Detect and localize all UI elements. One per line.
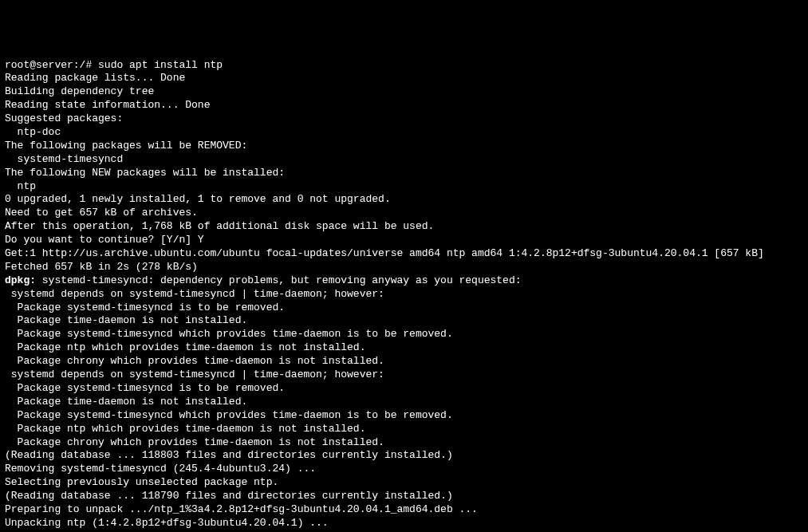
output-line: Need to get 657 kB of archives. — [5, 207, 803, 220]
output-line: Selecting previously unselected package … — [5, 476, 803, 490]
dpkg-line: dpkg: systemd-timesyncd: dependency prob… — [5, 274, 803, 288]
output-line: The following NEW packages will be insta… — [5, 167, 803, 180]
output-line: Building dependency tree — [5, 85, 803, 99]
dependency-line: Package systemd-timesyncd is to be remov… — [5, 301, 803, 315]
output-line: (Reading database ... 118803 files and d… — [5, 449, 803, 463]
output-line: (Reading database ... 118790 files and d… — [5, 490, 803, 503]
output-line: After this operation, 1,768 kB of additi… — [5, 220, 803, 234]
dependency-line: Package systemd-timesyncd which provides… — [5, 328, 803, 341]
dependency-line: Package chrony which provides time-daemo… — [5, 355, 803, 368]
dependency-line: Package time-daemon is not installed. — [5, 396, 803, 409]
entered-command: sudo apt install ntp — [98, 59, 223, 71]
output-line: 0 upgraded, 1 newly installed, 1 to remo… — [5, 193, 803, 207]
dependency-line: Package time-daemon is not installed. — [5, 314, 803, 328]
dependency-line: systemd depends on systemd-timesyncd | t… — [5, 368, 803, 382]
output-line: Fetched 657 kB in 2s (278 kB/s) — [5, 261, 803, 274]
shell-prompt: root@server:/# — [5, 59, 98, 71]
command-line: root@server:/# sudo apt install ntp — [5, 59, 803, 73]
output-line: Do you want to continue? [Y/n] Y — [5, 234, 803, 247]
output-line: systemd-timesyncd — [5, 153, 803, 167]
output-line: ntp-doc — [5, 126, 803, 140]
output-line: Suggested packages: — [5, 112, 803, 126]
output-line: Reading package lists... Done — [5, 72, 803, 85]
dpkg-prefix: dpkg: — [5, 274, 36, 286]
terminal-output[interactable]: root@server:/# sudo apt install ntpReadi… — [5, 59, 803, 532]
dependency-line: systemd depends on systemd-timesyncd | t… — [5, 288, 803, 301]
dependency-line: Package systemd-timesyncd is to be remov… — [5, 382, 803, 396]
output-line: ntp — [5, 180, 803, 194]
dependency-line: Package chrony which provides time-daemo… — [5, 436, 803, 450]
dependency-line: Package systemd-timesyncd which provides… — [5, 409, 803, 423]
output-line: Get:1 http://us.archive.ubuntu.com/ubunt… — [5, 247, 803, 261]
output-line: The following packages will be REMOVED: — [5, 140, 803, 153]
output-line: Removing systemd-timesyncd (245.4-4ubunt… — [5, 463, 803, 476]
output-line: Preparing to unpack .../ntp_1%3a4.2.8p12… — [5, 503, 803, 517]
output-line: Unpacking ntp (1:4.2.8p12+dfsg-3ubuntu4.… — [5, 517, 803, 530]
dependency-line: Package ntp which provides time-daemon i… — [5, 423, 803, 436]
dependency-line: Package ntp which provides time-daemon i… — [5, 341, 803, 355]
output-line: Reading state information... Done — [5, 99, 803, 112]
dpkg-message: systemd-timesyncd: dependency problems, … — [36, 274, 522, 286]
